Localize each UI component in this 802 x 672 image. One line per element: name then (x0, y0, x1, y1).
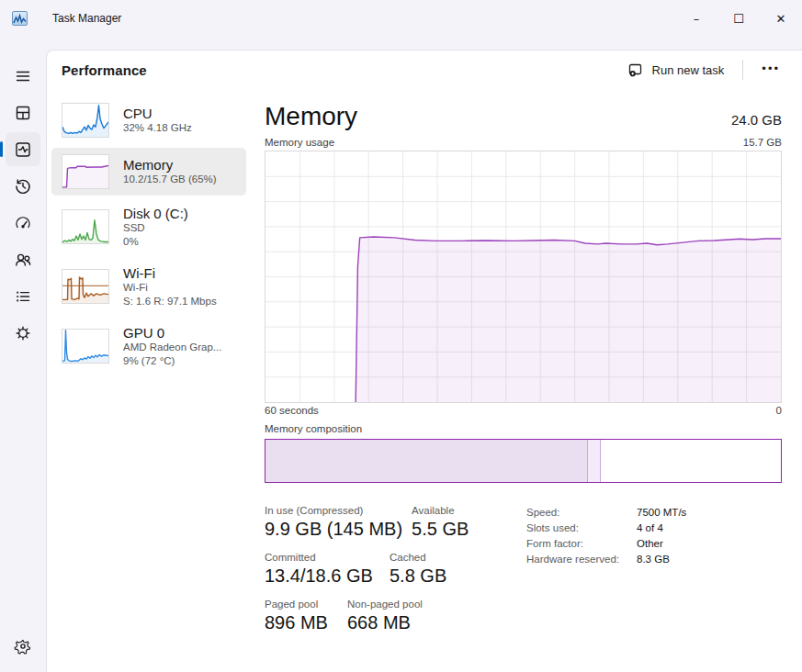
disk-mini-chart (62, 209, 109, 244)
main-card: Performance Run new task ••• C (46, 50, 802, 672)
composition-free-segment (601, 440, 781, 482)
speedometer-icon (14, 214, 32, 232)
minimize-button[interactable]: – (675, 0, 717, 37)
perf-item-memory[interactable]: Memory 10.2/15.7 GB (65%) (51, 148, 246, 196)
nav-rail (0, 37, 46, 672)
detail-label: Speed: (526, 507, 637, 518)
perf-item-subtitle2: 0% (123, 235, 188, 249)
stat-label: Paged pool (265, 599, 338, 610)
stat-label: Non-paged pool (347, 599, 423, 610)
hamburger-menu-button[interactable] (6, 59, 40, 93)
detail-label: Form factor: (526, 538, 637, 549)
run-new-task-label: Run new task (652, 63, 725, 77)
sidebar-item-processes[interactable] (6, 95, 40, 129)
page-header: Performance Run new task ••• (47, 50, 802, 89)
x-axis-right: 0 (776, 405, 782, 416)
detail-value: 4 of 4 (637, 522, 663, 533)
perf-item-subtitle: 10.2/15.7 GB (65%) (123, 173, 217, 186)
stat-value: 9.9 GB (145 MB) (265, 519, 402, 540)
stat-label: Committed (265, 552, 380, 563)
memory-stats: In use (Compressed) 9.9 GB (145 MB) Avai… (265, 505, 474, 645)
detail-value: Other (637, 538, 663, 549)
stat-value: 896 MB (265, 612, 338, 633)
detail-value: 7500 MT/s (637, 507, 686, 518)
processes-icon (14, 104, 32, 122)
detail-label: Hardware reserved: (526, 554, 637, 565)
run-new-task-icon (627, 62, 644, 78)
sidebar-item-services[interactable] (6, 316, 40, 350)
memory-mini-chart (62, 154, 109, 189)
stat-label: Available (412, 505, 469, 516)
window-controls: – ☐ ✕ (675, 0, 802, 37)
gpu-mini-chart (62, 329, 109, 364)
perf-item-title: GPU 0 (123, 325, 221, 341)
performance-icon (14, 140, 32, 159)
perf-item-title: Memory (123, 157, 217, 173)
hamburger-icon (14, 67, 32, 85)
memory-composition-bar (265, 439, 782, 483)
perf-item-gpu[interactable]: GPU 0 AMD Radeon Grap... 9% (72 °C) (51, 319, 246, 375)
more-options-button[interactable]: ••• (752, 56, 789, 84)
perf-item-title: Disk 0 (C:) (123, 206, 188, 221)
stat-value: 5.8 GB (390, 566, 446, 587)
sidebar-item-users[interactable] (6, 242, 40, 276)
sidebar-item-startup-apps[interactable] (6, 206, 40, 240)
header-divider (742, 60, 743, 80)
perf-item-cpu[interactable]: CPU 32% 4.18 GHz (51, 96, 246, 144)
stat-value: 5.5 GB (412, 519, 469, 540)
perf-item-subtitle: Wi-Fi (123, 281, 217, 295)
perf-item-disk[interactable]: Disk 0 (C:) SSD 0% (51, 199, 246, 255)
users-icon (14, 251, 32, 269)
title-bar: Task Manager – ☐ ✕ (0, 0, 802, 37)
maximize-button[interactable]: ☐ (717, 0, 760, 37)
page-title: Performance (62, 62, 147, 78)
usage-chart-max: 15.7 GB (743, 137, 782, 148)
history-icon (14, 177, 32, 196)
x-axis-labels: 60 seconds 0 (265, 405, 782, 416)
detail-label: Slots used: (526, 522, 637, 533)
performance-list: CPU 32% 4.18 GHz Memory 10.2/15.7 GB (65… (51, 89, 246, 672)
sidebar-item-performance[interactable] (6, 132, 40, 166)
perf-item-subtitle2: 9% (72 °C) (123, 354, 221, 368)
perf-item-subtitle: SSD (123, 221, 188, 235)
close-button[interactable]: ✕ (760, 0, 802, 37)
hardware-details: Speed: 7500 MT/s Slots used: 4 of 4 Form… (526, 505, 686, 645)
detail-value: 8.3 GB (637, 554, 670, 565)
window-title: Task Manager (52, 12, 121, 25)
composition-modified-segment (588, 440, 601, 482)
run-new-task-button[interactable]: Run new task (618, 55, 734, 84)
memory-page-title: Memory (265, 102, 357, 131)
sidebar-item-app-history[interactable] (6, 169, 40, 203)
perf-item-subtitle: AMD Radeon Grap... (123, 341, 221, 354)
wifi-mini-chart (62, 269, 109, 304)
perf-item-title: CPU (123, 106, 192, 121)
task-manager-app-icon (12, 11, 28, 26)
gear-icon (14, 637, 32, 655)
settings-button[interactable] (6, 629, 40, 663)
services-icon (14, 324, 32, 342)
stat-value: 668 MB (347, 612, 423, 633)
stat-value: 13.4/18.6 GB (265, 566, 380, 587)
perf-item-wifi[interactable]: Wi-Fi Wi-Fi S: 1.6 R: 97.1 Mbps (51, 259, 246, 315)
list-icon (14, 287, 32, 306)
perf-item-title: Wi-Fi (123, 265, 217, 281)
stat-label: In use (Compressed) (265, 505, 402, 516)
task-manager-window: Task Manager – ☐ ✕ (0, 0, 802, 672)
memory-detail-pane: Memory 24.0 GB Memory usage 15.7 GB 60 s… (246, 89, 802, 672)
stat-label: Cached (390, 552, 446, 563)
perf-item-subtitle: 32% 4.18 GHz (123, 121, 192, 135)
composition-in-use-segment (265, 440, 588, 482)
usage-chart-label: Memory usage (265, 137, 334, 148)
cpu-mini-chart (62, 103, 109, 138)
total-memory-value: 24.0 GB (731, 112, 782, 128)
perf-item-subtitle2: S: 1.6 R: 97.1 Mbps (123, 295, 217, 308)
sidebar-item-details[interactable] (6, 279, 40, 313)
composition-label: Memory composition (265, 423, 782, 434)
memory-usage-chart (265, 151, 782, 403)
x-axis-left: 60 seconds (265, 405, 319, 416)
